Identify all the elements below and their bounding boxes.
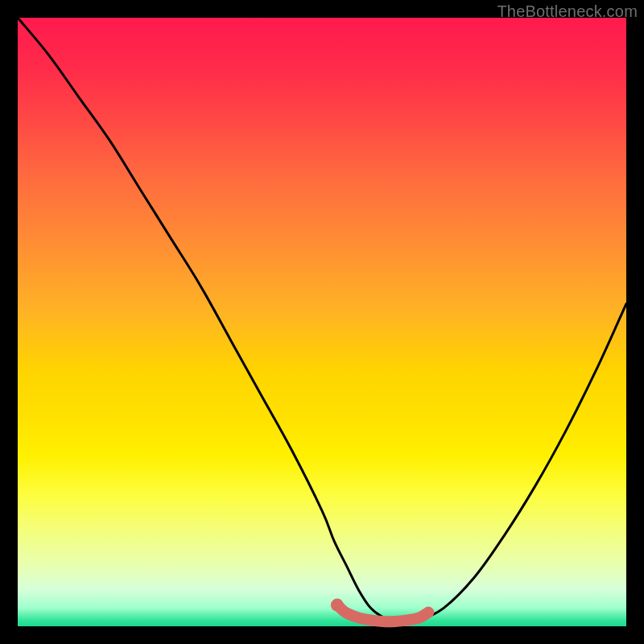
optimal-zone-highlight — [331, 599, 428, 622]
chart-svg — [18, 18, 626, 626]
bottleneck-curve — [18, 18, 626, 624]
svg-point-0 — [331, 599, 344, 612]
chart-frame: TheBottleneck.com — [0, 0, 644, 644]
chart-plot-area — [18, 18, 626, 626]
watermark-text: TheBottleneck.com — [497, 2, 638, 21]
